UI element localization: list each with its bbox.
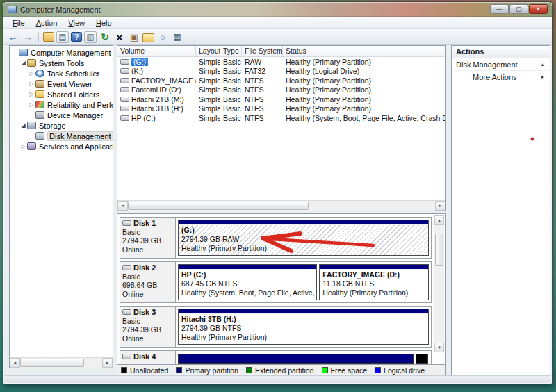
open-folder-icon[interactable] [142, 33, 154, 42]
close-button[interactable]: × [529, 4, 548, 14]
expander-collapsed-icon[interactable]: ▷ [28, 81, 35, 87]
table-row[interactable]: Hitachi 3TB (H:)SimpleBasicNTFSHealthy (… [117, 104, 445, 114]
tree-hscrollbar[interactable]: ◂ ▸ [10, 357, 113, 368]
expander-expanded-icon[interactable]: ◢ [19, 122, 27, 129]
scroll-left-icon[interactable]: ◂ [10, 358, 20, 368]
expander-collapsed-icon[interactable]: ▷ [28, 70, 35, 76]
partition[interactable]: FACTORY_IMAGE (D:)11.18 GB NTFSHealthy (… [319, 264, 429, 300]
tree-item-event-viewer[interactable]: ▷Event Viewer [10, 79, 113, 89]
scrollbar-thumb[interactable] [128, 202, 309, 210]
tree-item-disk-management[interactable]: Disk Management [10, 131, 113, 141]
layout-cell: Simple [196, 85, 220, 94]
scroll-left-icon[interactable]: ◂ [117, 201, 128, 211]
table-row[interactable]: Hitachi 2TB (M:)SimpleBasicNTFSHealthy (… [117, 95, 445, 104]
legend-swatch [375, 367, 381, 373]
tree-item-system-tools[interactable]: ◢System Tools [10, 58, 113, 68]
tree-item-storage[interactable]: ◢Storage [10, 120, 113, 131]
table-row[interactable]: FACTORY_IMAGE (D:)SimpleBasicNTFSHealthy… [117, 76, 445, 85]
type-cell: Basic [220, 95, 242, 104]
disk-bars: Hitachi 3TB (H:)2794.39 GB NTFSHealthy (… [176, 307, 431, 347]
more-actions-item[interactable]: More Actions ▸ [452, 71, 550, 83]
minimize-button[interactable]: — [490, 4, 509, 14]
menu-accel: F [13, 19, 17, 27]
properties-icon[interactable]: ▣ [128, 31, 140, 43]
expander-collapsed-icon[interactable]: ▷ [19, 143, 27, 149]
actions-group-label: Disk Management [456, 60, 518, 69]
expander-collapsed-icon[interactable]: ▷ [28, 101, 35, 108]
column-header-volume[interactable]: Volume [117, 46, 196, 56]
window-title: Computer Management [20, 6, 101, 14]
expander-expanded-icon[interactable]: ◢ [19, 60, 27, 66]
volume-hscrollbar[interactable]: ◂ ▸ [117, 200, 445, 211]
find-icon[interactable]: ○ [156, 31, 169, 43]
tree-item-computer-management-local-[interactable]: Computer Management (Local) [10, 47, 113, 58]
disk-vscrollbar[interactable]: ▴ ▾ [434, 215, 444, 352]
legend-swatch [322, 367, 328, 373]
titlebar[interactable]: Computer Management — ▢ × [3, 2, 552, 17]
back-icon[interactable]: ← [7, 31, 19, 43]
collapse-icon[interactable]: ▴ [541, 61, 544, 67]
actions-group-disk-management[interactable]: Disk Management ▴ [452, 58, 550, 71]
table-row[interactable]: HP (C:)SimpleBasicNTFSHealthy (System, B… [117, 113, 445, 123]
scroll-up-icon[interactable]: ▴ [434, 215, 444, 225]
type-cell: Basic [220, 114, 242, 122]
manage-icon[interactable]: ▦ [171, 31, 183, 43]
find-icon-glyph: ○ [160, 32, 165, 42]
tree-item-services-and-applications[interactable]: ▷Services and Applications [10, 141, 113, 152]
console-tree-icon[interactable]: ▤ [56, 31, 69, 43]
help-icon[interactable]: ? [71, 32, 82, 42]
column-header-status[interactable]: Status [283, 46, 445, 56]
drive-icon [120, 87, 129, 92]
table-row[interactable]: FantomHD (O:)SimpleBasicNTFSHealthy (Pri… [117, 85, 445, 95]
drive-icon [120, 59, 129, 65]
refresh-icon[interactable]: ↻ [99, 31, 111, 43]
partition[interactable]: (G:)2794.39 GB RAWHealthy (Primary Parti… [178, 220, 429, 256]
partition-title: FACTORY_IMAGE (D:) [322, 270, 425, 279]
filesystem-cell: FAT32 [242, 67, 283, 75]
column-header-file-system[interactable]: File System [242, 46, 283, 56]
status-cell: Healthy (Primary Partition) [283, 85, 445, 94]
scrollbar-thumb[interactable] [435, 234, 443, 266]
menu-view[interactable]: View [63, 18, 90, 28]
table-row[interactable]: (G:)SimpleBasicRAWHealthy (Primary Parti… [117, 57, 445, 67]
disk-graph-pane: Disk 1Basic2794.39 GBOnline(G:)2794.39 G… [117, 213, 446, 376]
disk-row-disk-3: Disk 3Basic2794.39 GBOnlineHitachi 3TB (… [120, 306, 432, 348]
tree-item-reliability-and-performance[interactable]: ▷Reliability and Performance [10, 99, 113, 110]
disk-state: Online [122, 334, 173, 343]
export-list-icon[interactable] [43, 32, 54, 42]
disk-label[interactable]: Disk 3Basic2794.39 GBOnline [120, 307, 176, 347]
menu-help[interactable]: Help [91, 18, 117, 28]
scroll-right-icon[interactable]: ▸ [102, 358, 113, 368]
partition-bar[interactable] [178, 354, 414, 364]
action-pane-icon[interactable]: ▥ [84, 31, 97, 43]
disk-label[interactable]: Disk 4 [120, 351, 176, 364]
menu-file[interactable]: File [8, 18, 30, 28]
console-tree-icon-glyph: ▤ [58, 32, 66, 42]
refresh-icon-glyph: ↻ [101, 31, 109, 42]
maximize-button[interactable]: ▢ [509, 4, 528, 14]
tree-item-device-manager[interactable]: Device Manager [10, 110, 113, 120]
menu-action[interactable]: Action [31, 18, 63, 28]
delete-icon[interactable]: × [113, 31, 126, 43]
column-header-type[interactable]: Type [220, 46, 242, 56]
column-header-layout[interactable]: Layout [196, 46, 220, 56]
disk-label[interactable]: Disk 1Basic2794.39 GBOnline [120, 218, 176, 258]
forward-icon[interactable]: → [22, 31, 34, 43]
table-row[interactable]: (K:)SimpleBasicFAT32Healthy (Logical Dri… [117, 67, 445, 76]
partition[interactable]: Hitachi 3TB (H:)2794.39 GB NTFSHealthy (… [178, 309, 429, 345]
expander-collapsed-icon[interactable]: ▷ [28, 91, 35, 97]
tree-item-task-scheduler[interactable]: ▷Task Scheduler [10, 68, 113, 79]
disk-size: 2794.39 GB [122, 236, 173, 245]
partition-bar[interactable] [416, 354, 428, 364]
partition[interactable]: HP (C:)687.45 GB NTFSHealthy (System, Bo… [178, 264, 317, 300]
disk-row-disk-2: Disk 2Basic698.64 GBOnlineHP (C:)687.45 … [120, 261, 432, 303]
disk-label[interactable]: Disk 2Basic698.64 GBOnline [120, 262, 176, 302]
partition-size: 11.18 GB NTFS [322, 279, 425, 288]
partition-status: Healthy (System, Boot, Page File, Active… [181, 288, 313, 297]
disk-bars [176, 351, 431, 364]
scrollbar-thumb[interactable] [20, 359, 84, 367]
legend-label: Extended partition [255, 366, 314, 375]
scroll-down-icon[interactable]: ▾ [434, 343, 444, 352]
scroll-right-icon[interactable]: ▸ [435, 201, 445, 211]
tree-item-shared-folders[interactable]: ▷Shared Folders [10, 89, 113, 99]
